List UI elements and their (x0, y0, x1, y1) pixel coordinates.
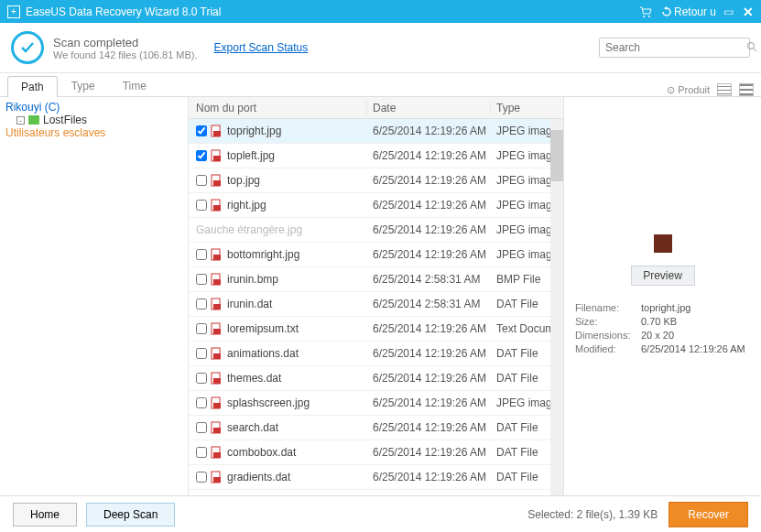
file-date: 6/25/2014 12:19:26 AM (367, 421, 491, 434)
file-icon (211, 199, 223, 212)
table-row[interactable]: irunin.dat6/25/2014 2:58:31 AMDAT File (189, 292, 550, 317)
back-button[interactable]: Retour u (661, 5, 716, 18)
scan-status: Scan completed (53, 36, 198, 49)
row-checkbox[interactable] (196, 299, 207, 309)
deep-scan-button[interactable]: Deep Scan (86, 503, 175, 527)
table-row[interactable]: Gauche étrangère.jpg6/25/2014 12:19:26 A… (189, 218, 550, 243)
row-checkbox[interactable] (196, 200, 207, 211)
row-checkbox[interactable] (196, 125, 207, 136)
svg-rect-15 (213, 279, 221, 285)
row-checkbox[interactable] (196, 422, 207, 433)
scrollbar[interactable] (550, 119, 563, 495)
row-checkbox[interactable] (196, 373, 207, 384)
home-button[interactable]: Home (13, 503, 77, 527)
table-row[interactable]: themes.dat6/25/2014 12:19:26 AMDAT File (189, 366, 550, 391)
file-date: 6/25/2014 12:19:26 AM (367, 223, 491, 236)
file-date: 6/25/2014 12:19:26 AM (367, 125, 491, 137)
produit-link[interactable]: ⊙ Produit (667, 84, 710, 96)
svg-line-3 (754, 49, 756, 51)
table-row[interactable]: bottomright.jpg6/25/2014 12:19:26 AMJPEG… (189, 243, 550, 267)
file-name: gradients.dat (227, 471, 290, 483)
row-checkbox[interactable] (196, 150, 207, 161)
file-name: search.dat (227, 421, 278, 434)
svg-rect-13 (213, 255, 221, 260)
tree-node-lostfiles[interactable]: - LostFiles (16, 114, 182, 126)
row-checkbox[interactable] (196, 249, 207, 260)
table-row[interactable]: gradients.dat6/25/2014 12:19:26 AMDAT Fi… (189, 465, 550, 490)
folder-tree: Rikouyi (C) - LostFiles Utilisateurs esc… (0, 97, 188, 495)
meta-mod-val: 6/25/2014 12:19:26 AM (641, 343, 750, 354)
preview-thumbnail (654, 234, 672, 253)
tab-type[interactable]: Type (58, 75, 109, 96)
row-checkbox[interactable] (196, 175, 207, 186)
svg-rect-5 (213, 131, 221, 136)
file-name: irunin.dat (227, 298, 272, 310)
row-checkbox[interactable] (196, 323, 207, 334)
scan-info-text: Scan completed We found 142 files (106.8… (53, 36, 198, 60)
search-icon[interactable] (746, 41, 757, 55)
row-checkbox[interactable] (196, 348, 207, 359)
table-row[interactable]: top.jpg6/25/2014 12:19:26 AMJPEG imag (189, 168, 550, 193)
preview-button[interactable]: Preview (631, 266, 695, 286)
meta-filename-val: topright.jpg (641, 302, 750, 313)
view-list-button[interactable] (717, 83, 732, 96)
file-date: 6/25/2014 12:19:26 AM (367, 446, 491, 459)
preview-panel: Preview Filename: topright.jpg Size: 0.7… (564, 97, 761, 495)
meta-filename-key: Filename: (575, 302, 641, 313)
table-row[interactable]: topleft.jpg6/25/2014 12:19:26 AMJPEG ima… (189, 144, 550, 168)
recover-button[interactable]: Recover (669, 502, 748, 527)
table-row[interactable]: loremipsum.txt6/25/2014 12:19:26 AMText … (189, 317, 550, 342)
row-checkbox[interactable] (196, 472, 207, 483)
file-icon (211, 248, 223, 261)
file-icon (211, 298, 223, 310)
search-box[interactable] (599, 38, 750, 58)
export-scan-link[interactable]: Export Scan Status (214, 41, 309, 54)
row-checkbox[interactable] (196, 397, 207, 408)
file-type: JPEG imag (491, 223, 550, 236)
table-row[interactable]: topright.jpg6/25/2014 12:19:26 AMJPEG im… (189, 119, 550, 144)
table-row[interactable]: combobox.dat6/25/2014 12:19:26 AMDAT Fil… (189, 440, 550, 465)
file-date: 6/25/2014 12:19:26 AM (367, 372, 491, 385)
col-name[interactable]: Nom du port (189, 102, 367, 114)
close-button[interactable]: ✕ (743, 5, 754, 19)
table-row[interactable]: search.dat6/25/2014 12:19:26 AMDAT File (189, 416, 550, 440)
search-input[interactable] (605, 41, 743, 54)
scrollbar-thumb[interactable] (550, 130, 563, 181)
row-checkbox[interactable] (196, 447, 207, 458)
svg-rect-7 (213, 156, 221, 161)
file-icon (211, 149, 223, 162)
meta-dim-val: 20 x 20 (641, 330, 750, 341)
column-headers: Nom du port Date Type (189, 97, 563, 119)
minimize-button[interactable]: ▭ (723, 5, 734, 18)
file-type: JPEG imag (491, 396, 550, 409)
file-type: BMP File (491, 273, 550, 286)
tree-slaves[interactable]: Utilisateurs esclaves (5, 126, 182, 139)
view-grid-button[interactable] (739, 83, 754, 96)
cart-icon[interactable] (639, 6, 654, 17)
table-row[interactable]: right.jpg6/25/2014 12:19:26 AMJPEG imag (189, 193, 550, 218)
file-date: 6/25/2014 12:19:26 AM (367, 248, 491, 261)
tab-path[interactable]: Path (7, 76, 58, 97)
expand-icon[interactable]: - (16, 116, 25, 125)
row-checkbox[interactable] (196, 274, 207, 285)
file-type: DAT File (491, 471, 550, 483)
svg-rect-23 (213, 378, 221, 384)
svg-rect-11 (213, 205, 221, 211)
file-icon (211, 125, 223, 137)
col-type[interactable]: Type (491, 102, 563, 114)
back-label: Retour u (674, 5, 716, 18)
table-row[interactable]: splashscreen.jpg6/25/2014 12:19:26 AMJPE… (189, 391, 550, 416)
table-row[interactable]: animations.dat6/25/2014 12:19:26 AMDAT F… (189, 342, 550, 366)
svg-rect-25 (213, 403, 221, 408)
table-row[interactable]: irunin.bmp6/25/2014 2:58:31 AMBMP File (189, 267, 550, 292)
meta-size-key: Size: (575, 316, 641, 327)
col-date[interactable]: Date (367, 102, 491, 114)
file-name: Gauche étrangère.jpg (196, 223, 302, 236)
tree-root[interactable]: Rikouyi (C) (5, 101, 182, 114)
file-name: irunin.bmp (227, 273, 278, 286)
tab-time[interactable]: Time (109, 75, 160, 96)
file-list-panel: Nom du port Date Type topright.jpg6/25/2… (188, 97, 564, 495)
file-type: JPEG imag (491, 174, 550, 187)
scan-complete-icon (11, 31, 44, 64)
file-icon (211, 471, 223, 483)
